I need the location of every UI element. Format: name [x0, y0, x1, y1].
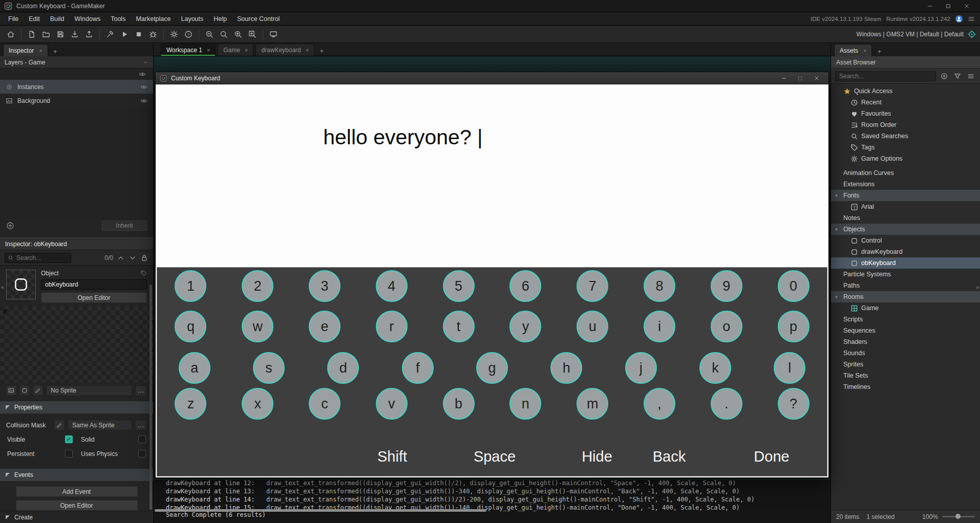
key-n[interactable]: n — [509, 388, 541, 420]
menu-overflow-icon[interactable] — [968, 15, 975, 23]
layers-dropdown[interactable]: Layers - Game — [0, 56, 153, 69]
asset-tree-item-extensions[interactable]: Extensions — [831, 179, 980, 190]
asset-tree-item-tile-sets[interactable]: Tile Sets — [831, 370, 980, 381]
new-project-button[interactable] — [25, 28, 38, 41]
asset-tree-item-obkeyboard[interactable]: obKeyboard — [831, 257, 980, 269]
asset-tree-item-sprites[interactable]: Sprites — [831, 359, 980, 370]
key-h[interactable]: h — [550, 352, 582, 384]
game-window-title-bar[interactable]: Custom Keyboard — [156, 72, 828, 84]
open-project-button[interactable] — [39, 28, 53, 41]
inspector-scrollbar[interactable] — [150, 285, 152, 510]
key-3[interactable]: 3 — [309, 270, 340, 302]
key-e[interactable]: e — [309, 311, 340, 342]
zoom-out-button[interactable] — [203, 28, 216, 41]
menu-tools[interactable]: Tools — [105, 12, 131, 25]
target-icon[interactable] — [968, 30, 976, 38]
object-name-field[interactable]: obKeyboard — [41, 279, 147, 290]
inherit-button[interactable]: Inherit — [102, 221, 147, 231]
window-close-button[interactable] — [957, 0, 976, 12]
open-editor-button-events[interactable]: Open Editor — [16, 500, 138, 511]
key-period[interactable]: . — [711, 388, 742, 420]
asset-tree-item-room-order[interactable]: Room Order — [831, 119, 980, 130]
tab-close-icon[interactable]: × — [863, 48, 866, 54]
events-section-header[interactable]: Events — [0, 469, 153, 481]
game-close-button[interactable] — [809, 73, 824, 83]
resize-triangle[interactable] — [4, 310, 8, 314]
tag-icon[interactable] — [141, 270, 147, 276]
key-q[interactable]: q — [175, 311, 206, 342]
run-button[interactable] — [118, 28, 131, 41]
key-7[interactable]: 7 — [577, 270, 608, 302]
tab-assets[interactable]: Assets × — [834, 44, 872, 56]
key-s[interactable]: s — [253, 352, 285, 384]
asset-tree-item-recent[interactable]: Recent — [831, 97, 980, 108]
help-button[interactable]: ? — [182, 28, 195, 41]
sprite-edit-icon[interactable] — [33, 385, 43, 396]
asset-tree-item-animation-curves[interactable]: Animation Curves — [831, 167, 980, 179]
asset-search-input[interactable]: Search... — [835, 71, 936, 81]
asset-tree-item-control[interactable]: Control — [831, 235, 980, 246]
tab-close-icon[interactable]: × — [207, 47, 210, 53]
add-layer-icon[interactable] — [6, 222, 14, 230]
collision-mask-dropdown[interactable]: Same As Sprite — [68, 420, 132, 430]
key-w[interactable]: w — [242, 311, 273, 342]
slider-thumb[interactable] — [955, 514, 961, 519]
collapse-right-panel-handle[interactable]: » — [975, 280, 980, 294]
key-l[interactable]: l — [774, 352, 805, 384]
tab-workspace-1[interactable]: Workspace 1× — [161, 43, 216, 56]
key-5[interactable]: 5 — [443, 270, 475, 302]
key-6[interactable]: 6 — [509, 270, 541, 302]
checkbox-persistent[interactable] — [65, 450, 73, 457]
key-y[interactable]: y — [509, 311, 541, 342]
game-minimize-button[interactable] — [776, 73, 792, 83]
key-t[interactable]: t — [443, 311, 475, 342]
key-f[interactable]: f — [402, 352, 434, 384]
key-c[interactable]: c — [309, 388, 340, 420]
key-b[interactable]: b — [443, 388, 475, 420]
add-asset-icon[interactable] — [939, 71, 949, 81]
menu-edit[interactable]: Edit — [24, 12, 45, 25]
menu-marketplace[interactable]: Marketplace — [131, 12, 176, 25]
asset-tree-item-shaders[interactable]: Shaders — [831, 336, 980, 347]
control-hide[interactable]: Hide — [582, 448, 612, 465]
key-j[interactable]: j — [625, 352, 657, 384]
key-a[interactable]: a — [179, 352, 210, 384]
zoom-in-button[interactable] — [231, 28, 245, 41]
window-maximize-button[interactable] — [939, 0, 957, 12]
asset-menu-icon[interactable] — [966, 71, 976, 81]
key-r[interactable]: r — [376, 311, 408, 342]
search-prev-button[interactable] — [117, 254, 125, 262]
control-shift[interactable]: Shift — [377, 448, 407, 465]
asset-zoom-slider[interactable] — [942, 516, 975, 517]
control-done[interactable]: Done — [754, 448, 789, 465]
key-m[interactable]: m — [577, 388, 608, 420]
menu-build[interactable]: Build — [45, 12, 70, 25]
layer-row-instances[interactable]: Instances — [0, 80, 153, 94]
sprite-thumbnail[interactable] — [6, 270, 36, 299]
checkbox-solid[interactable] — [138, 435, 146, 443]
asset-tree-item-game-options[interactable]: Game Options — [831, 153, 980, 164]
zoom-button[interactable] — [217, 28, 230, 41]
asset-tree-item-objects[interactable]: ▾Objects — [831, 224, 980, 235]
sprite-picker-icon[interactable] — [6, 385, 16, 396]
collapse-left-panel-handle[interactable]: « — [0, 280, 5, 294]
key-1[interactable]: 1 — [175, 270, 206, 302]
account-avatar-icon[interactable] — [955, 15, 963, 23]
asset-tree-item-notes[interactable]: Notes — [831, 212, 980, 224]
event-item-create[interactable]: Create — [0, 511, 153, 523]
lock-icon[interactable] — [140, 254, 148, 262]
add-tab-button[interactable]: + — [50, 46, 60, 56]
inspector-search-input[interactable]: Search... — [5, 253, 71, 263]
key-9[interactable]: 9 — [711, 270, 742, 302]
asset-tree-item-scripts[interactable]: Scripts — [831, 314, 980, 325]
tab-inspector[interactable]: Inspector × — [3, 44, 48, 56]
key-comma[interactable]: , — [644, 388, 675, 420]
key-question[interactable]: ? — [778, 388, 809, 420]
tab-drawkeyboard[interactable]: drawKeyboard× — [255, 43, 314, 56]
add-tab-button[interactable]: + — [874, 46, 884, 56]
menu-layouts[interactable]: Layouts — [176, 12, 209, 25]
asset-tree-item-fonts[interactable]: ▾Fonts — [831, 190, 980, 201]
collision-mask-edit-icon[interactable] — [54, 420, 65, 430]
control-space[interactable]: Space — [474, 448, 516, 465]
tab-game[interactable]: Game× — [218, 43, 253, 56]
